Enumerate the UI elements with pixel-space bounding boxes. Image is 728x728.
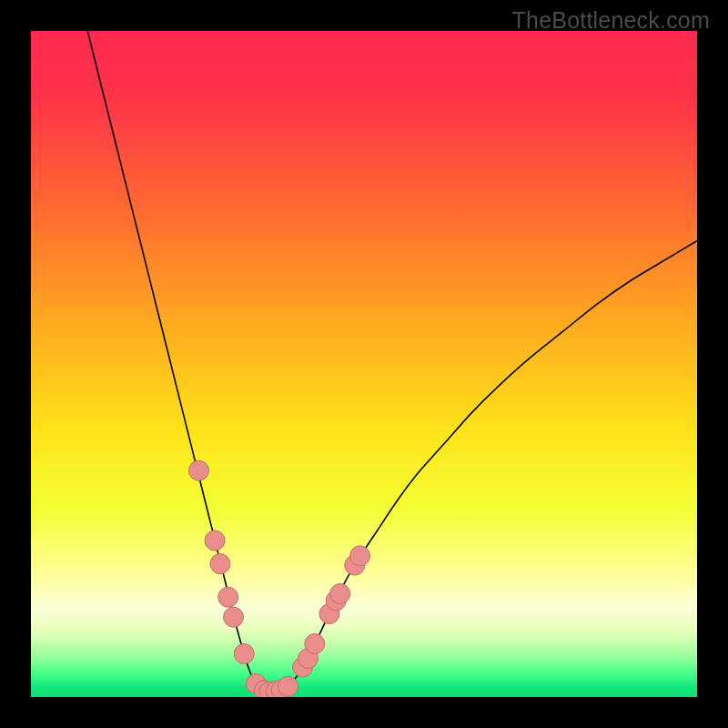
data-marker — [210, 554, 230, 574]
watermark-text: TheBottleneck.com — [512, 7, 710, 34]
chart-container: TheBottleneck.com — [0, 0, 728, 728]
data-marker — [188, 460, 208, 480]
chart-svg — [31, 31, 697, 697]
data-marker — [224, 607, 244, 627]
data-marker — [350, 546, 370, 566]
gradient-background — [31, 31, 697, 697]
data-marker — [218, 587, 238, 607]
data-marker — [205, 531, 225, 551]
data-marker — [278, 676, 298, 696]
data-marker — [305, 633, 325, 653]
data-marker — [234, 643, 254, 663]
plot-area — [31, 31, 697, 697]
data-marker — [330, 584, 350, 604]
